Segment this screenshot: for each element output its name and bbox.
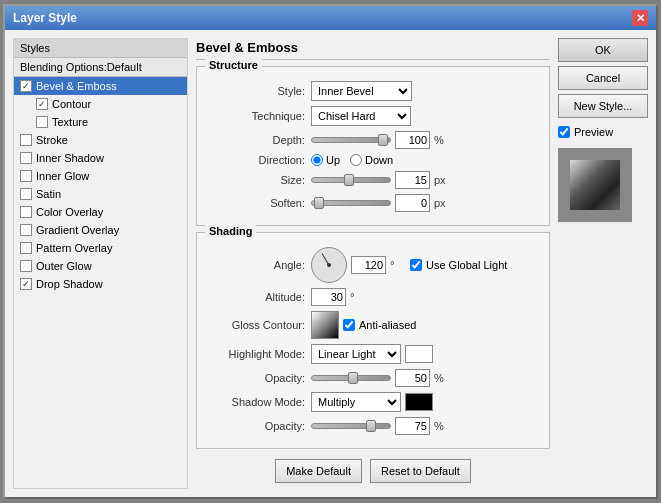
anti-aliased-label: Anti-aliased	[359, 319, 416, 331]
main-section-title: Bevel & Emboss	[196, 38, 550, 60]
soften-input[interactable]	[395, 194, 430, 212]
depth-slider-track[interactable]	[311, 137, 391, 143]
sidebar-item-inner-shadow[interactable]: Inner Shadow	[14, 149, 187, 167]
size-input[interactable]	[395, 171, 430, 189]
contour-checkbox[interactable]	[36, 98, 48, 110]
highlight-opacity-unit: %	[434, 372, 450, 384]
bevel-emboss-checkbox[interactable]	[20, 80, 32, 92]
center-panel: Bevel & Emboss Structure Style: Inner Be…	[196, 38, 550, 489]
sidebar-item-drop-shadow[interactable]: Drop Shadow	[14, 275, 187, 293]
sidebar-item-bevel-emboss[interactable]: Bevel & Emboss	[14, 77, 187, 95]
texture-label: Texture	[52, 116, 88, 128]
soften-unit: px	[434, 197, 450, 209]
altitude-row: Altitude: °	[205, 288, 541, 306]
sidebar-item-satin[interactable]: Satin	[14, 185, 187, 203]
depth-label: Depth:	[205, 134, 305, 146]
satin-checkbox[interactable]	[20, 188, 32, 200]
direction-label: Direction:	[205, 154, 305, 166]
make-default-button[interactable]: Make Default	[275, 459, 362, 483]
style-select[interactable]: Inner Bevel Outer Bevel Emboss Pillow Em…	[311, 81, 412, 101]
direction-up-item: Up	[311, 154, 340, 166]
soften-slider-track[interactable]	[311, 200, 391, 206]
sidebar-item-inner-glow[interactable]: Inner Glow	[14, 167, 187, 185]
shadow-opacity-label: Opacity:	[205, 420, 305, 432]
angle-input[interactable]	[351, 256, 386, 274]
soften-row: Soften: px	[205, 194, 541, 212]
sidebar-item-color-overlay[interactable]: Color Overlay	[14, 203, 187, 221]
size-slider-thumb[interactable]	[344, 174, 354, 186]
angle-wheel[interactable]	[311, 247, 347, 283]
structure-section: Structure Style: Inner Bevel Outer Bevel…	[196, 66, 550, 226]
ok-button[interactable]: OK	[558, 38, 648, 62]
angle-label: Angle:	[205, 259, 305, 271]
inner-shadow-checkbox[interactable]	[20, 152, 32, 164]
technique-select[interactable]: Smooth Chisel Hard Chisel Soft	[311, 106, 411, 126]
gloss-contour-label: Gloss Contour:	[205, 319, 305, 331]
shadow-color-swatch[interactable]	[405, 393, 433, 411]
drop-shadow-checkbox[interactable]	[20, 278, 32, 290]
soften-control-group: px	[311, 194, 541, 212]
direction-row: Direction: Up Down	[205, 154, 541, 166]
texture-checkbox[interactable]	[36, 116, 48, 128]
sidebar-item-pattern-overlay[interactable]: Pattern Overlay	[14, 239, 187, 257]
size-slider-track[interactable]	[311, 177, 391, 183]
angle-unit: °	[390, 259, 406, 271]
soften-label: Soften:	[205, 197, 305, 209]
highlight-opacity-slider-thumb[interactable]	[348, 372, 358, 384]
dialog-body: Styles Blending Options:Default Bevel & …	[5, 30, 656, 497]
gradient-overlay-checkbox[interactable]	[20, 224, 32, 236]
highlight-opacity-slider-track[interactable]	[311, 375, 391, 381]
direction-down-label: Down	[365, 154, 393, 166]
outer-glow-checkbox[interactable]	[20, 260, 32, 272]
sidebar-item-texture[interactable]: Texture	[14, 113, 187, 131]
shadow-opacity-slider-thumb[interactable]	[366, 420, 376, 432]
altitude-input[interactable]	[311, 288, 346, 306]
shadow-opacity-unit: %	[434, 420, 450, 432]
right-panel: OK Cancel New Style... Preview	[558, 38, 648, 489]
preview-checkbox[interactable]	[558, 126, 570, 138]
shadow-mode-select[interactable]: Normal Multiply Screen Overlay	[311, 392, 401, 412]
direction-down-item: Down	[350, 154, 393, 166]
anti-aliased-checkbox[interactable]	[343, 319, 355, 331]
inner-glow-checkbox[interactable]	[20, 170, 32, 182]
sidebar-item-gradient-overlay[interactable]: Gradient Overlay	[14, 221, 187, 239]
preview-label: Preview	[574, 126, 613, 138]
depth-unit: %	[434, 134, 450, 146]
layer-style-dialog: Layer Style ✕ Styles Blending Options:De…	[3, 4, 658, 499]
gloss-contour-preview[interactable]	[311, 311, 339, 339]
technique-label: Technique:	[205, 110, 305, 122]
style-label: Style:	[205, 85, 305, 97]
cancel-button[interactable]: Cancel	[558, 66, 648, 90]
highlight-color-swatch[interactable]	[405, 345, 433, 363]
close-button[interactable]: ✕	[632, 10, 648, 26]
use-global-light-checkbox[interactable]	[410, 259, 422, 271]
highlight-mode-select[interactable]: Normal Multiply Screen Overlay Linear Li…	[311, 344, 401, 364]
preview-area	[558, 148, 632, 222]
stroke-checkbox[interactable]	[20, 134, 32, 146]
reset-to-default-button[interactable]: Reset to Default	[370, 459, 471, 483]
depth-slider-thumb[interactable]	[378, 134, 388, 146]
stroke-label: Stroke	[36, 134, 68, 146]
left-panel: Styles Blending Options:Default Bevel & …	[13, 38, 188, 489]
soften-slider-thumb[interactable]	[314, 197, 324, 209]
direction-up-radio[interactable]	[311, 154, 323, 166]
direction-down-radio[interactable]	[350, 154, 362, 166]
sidebar-item-outer-glow[interactable]: Outer Glow	[14, 257, 187, 275]
sidebar-item-contour[interactable]: Contour	[14, 95, 187, 113]
style-row: Style: Inner Bevel Outer Bevel Emboss Pi…	[205, 81, 541, 101]
inner-glow-label: Inner Glow	[36, 170, 89, 182]
new-style-button[interactable]: New Style...	[558, 94, 648, 118]
shadow-opacity-input[interactable]	[395, 417, 430, 435]
pattern-overlay-checkbox[interactable]	[20, 242, 32, 254]
shadow-opacity-control-group: %	[311, 417, 541, 435]
gradient-overlay-label: Gradient Overlay	[36, 224, 119, 236]
color-overlay-checkbox[interactable]	[20, 206, 32, 218]
satin-label: Satin	[36, 188, 61, 200]
altitude-unit: °	[350, 291, 366, 303]
shadow-opacity-slider-track[interactable]	[311, 423, 391, 429]
sidebar-item-stroke[interactable]: Stroke	[14, 131, 187, 149]
bottom-buttons: Make Default Reset to Default	[196, 455, 550, 483]
depth-input[interactable]	[395, 131, 430, 149]
preview-row: Preview	[558, 126, 648, 138]
highlight-opacity-input[interactable]	[395, 369, 430, 387]
